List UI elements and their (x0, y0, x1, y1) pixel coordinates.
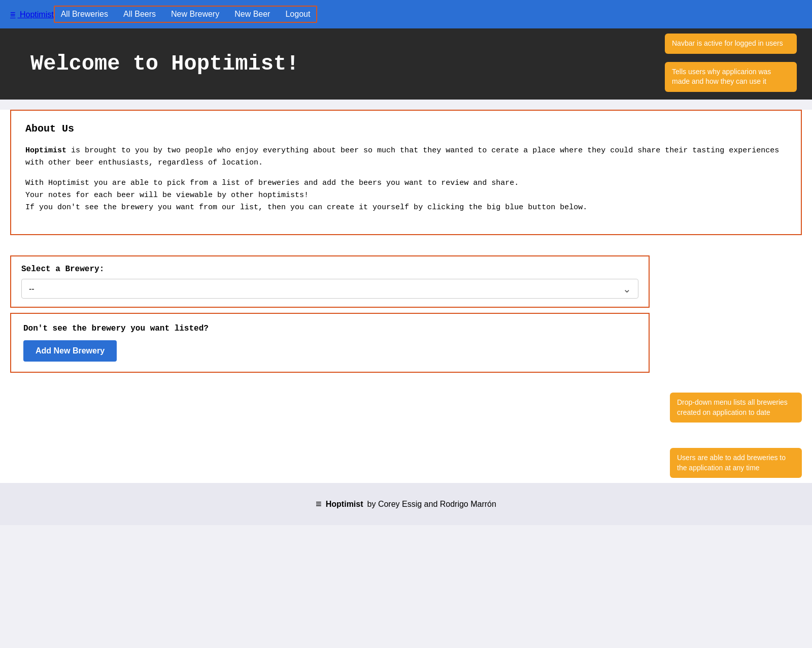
main-content: About Us Hoptimist is brought to you by … (0, 110, 812, 483)
brewery-select-section: Select a Brewery: -- (10, 255, 650, 308)
navbar: ≡ Hoptimist All Breweries All Beers New … (0, 0, 812, 28)
footer: ≡ Hoptimist by Corey Essig and Rodrigo M… (0, 483, 812, 525)
nav-new-brewery[interactable]: New Brewery (171, 10, 219, 19)
add-brewery-prompt: Don't see the brewery you want listed? (23, 324, 636, 333)
add-brewery-annotation: Users are able to add breweries to the a… (670, 448, 802, 478)
nav-all-beers[interactable]: All Beers (123, 10, 156, 19)
brewery-select-label: Select a Brewery: (21, 265, 638, 274)
footer-brand: Hoptimist (326, 500, 363, 509)
navbar-wrapper: ≡ Hoptimist All Breweries All Beers New … (0, 0, 812, 28)
nav-new-beer[interactable]: New Beer (234, 10, 270, 19)
brewery-main: Select a Brewery: -- Don't see the brewe… (0, 250, 660, 483)
about-para1: Hoptimist is brought to you by two peopl… (25, 145, 787, 169)
nav-all-breweries[interactable]: All Breweries (61, 10, 108, 19)
spacer (0, 240, 812, 250)
top-section: Welcome to Hoptimist! Navbar is active f… (0, 28, 812, 100)
nav-brand[interactable]: ≡ Hoptimist (10, 9, 54, 20)
dropdown-annotation: Drop-down menu lists all breweries creat… (670, 393, 802, 423)
about-heading: About Us (25, 123, 787, 135)
brewery-area: Select a Brewery: -- Don't see the brewe… (0, 250, 812, 483)
brewery-select[interactable]: -- (21, 279, 638, 299)
brand-name: Hoptimist (20, 10, 54, 19)
brand-icon: ≡ (10, 9, 16, 19)
right-annotations: Drop-down menu lists all breweries creat… (660, 250, 812, 483)
footer-icon: ≡ (316, 498, 322, 510)
footer-authors: by Corey Essig and Rodrigo Marrón (367, 500, 496, 509)
add-brewery-section: Don't see the brewery you want listed? A… (10, 313, 650, 373)
navbar-annotation: Navbar is active for logged in users (665, 34, 797, 54)
about-brand: Hoptimist (25, 146, 66, 155)
about-para1-rest: is brought to you by two people who enjo… (25, 146, 779, 167)
about-para2: With Hoptimist you are able to pick from… (25, 177, 787, 214)
hero-annotation: Tells users why applicarion was made and… (665, 62, 797, 92)
add-brewery-button[interactable]: Add New Brewery (23, 340, 117, 362)
top-annotations: Navbar is active for logged in users Tel… (665, 34, 797, 92)
nav-logout[interactable]: Logout (285, 10, 310, 19)
brewery-select-wrapper: -- (21, 279, 638, 299)
hero-title: Welcome to Hoptimist! (30, 52, 299, 76)
about-section: About Us Hoptimist is brought to you by … (10, 110, 802, 235)
nav-links-container: All Breweries All Beers New Brewery New … (54, 6, 318, 23)
